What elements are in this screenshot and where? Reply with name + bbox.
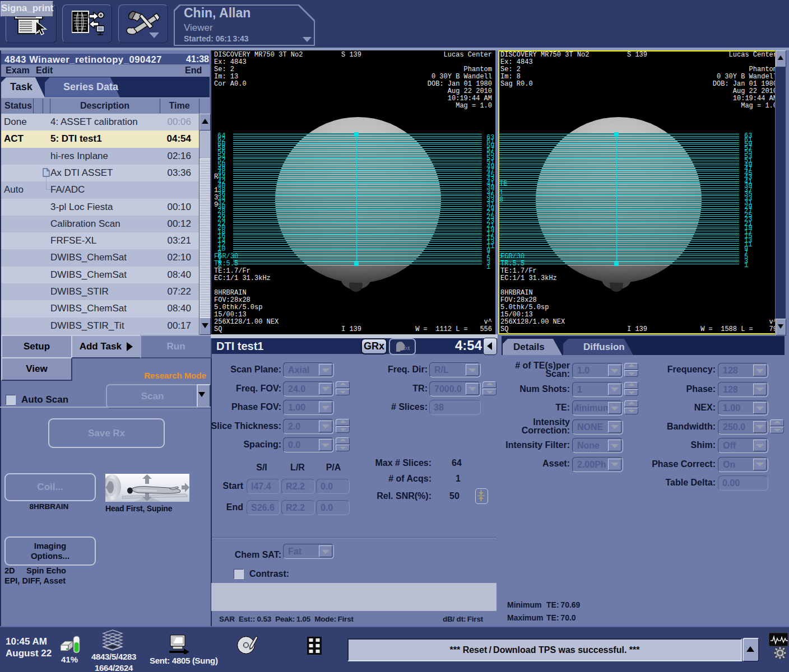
svg-text:DXi: DXi bbox=[403, 346, 410, 351]
